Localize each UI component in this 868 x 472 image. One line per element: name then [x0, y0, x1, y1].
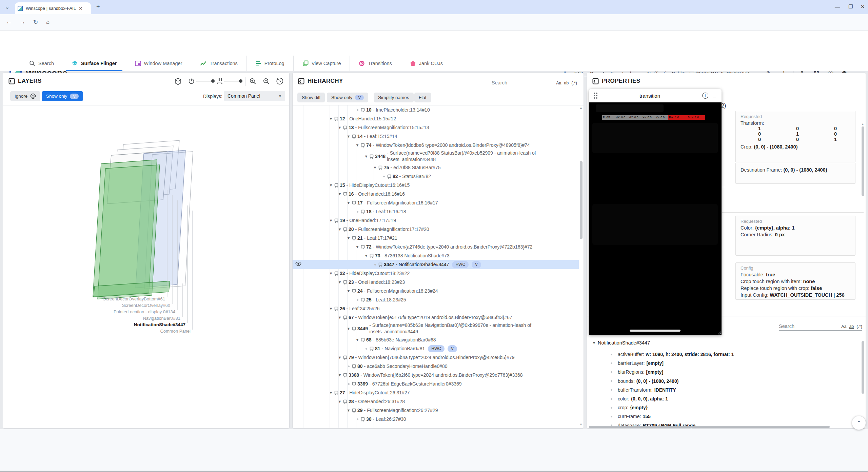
hierarchy-node-23[interactable]: ▼23- OneHanded:18:23#23: [293, 278, 579, 287]
expand-icon[interactable]: ▼: [336, 354, 343, 361]
current-node-row[interactable]: ▼ NotificationShade#3447: [590, 340, 650, 346]
expand-icon[interactable]: ▼: [345, 235, 352, 241]
hierarchy-node-16[interactable]: ▼16- OneHanded:16:16#16: [293, 190, 579, 198]
flat-button[interactable]: Flat: [414, 93, 431, 102]
reload-icon[interactable]: ↻: [33, 19, 38, 26]
hierarchy-node-27[interactable]: ▼27- HideDisplayCutout:26:31#27: [293, 388, 579, 397]
spacing-slider-handle[interactable]: [239, 79, 242, 83]
rotation-slider[interactable]: [196, 81, 213, 81]
hierarchy-node-81[interactable]: 81- NavigationBar0#81HWCV: [293, 344, 579, 353]
hierarchy-node-13[interactable]: ▼13- FullscreenMagnification:15:15#13: [293, 123, 579, 132]
hierarchy-node-80[interactable]: 80- ace6abb SecondaryHomeHandle0#80: [293, 362, 579, 371]
expand-icon[interactable]: ▼: [328, 116, 334, 122]
tab-close-icon[interactable]: ✕: [79, 6, 83, 11]
expand-icon[interactable]: ▼: [345, 407, 352, 414]
hierarchy-scrollbar[interactable]: [580, 161, 583, 239]
expand-icon[interactable]: ▼: [336, 314, 343, 321]
hierarchy-node-72[interactable]: ▼72- WindowToken{a2746de type=2040 andro…: [293, 242, 579, 251]
tab-surface-flinger[interactable]: Surface Flinger: [63, 56, 126, 71]
hierarchy-node-3368[interactable]: ▼3368- WindowToken{f6b2f60 type=2024 and…: [293, 371, 579, 379]
hierarchy-node-22[interactable]: ▼22- HideDisplayCutout:18:23#22: [293, 269, 579, 278]
property-item[interactable]: bufferTransform:IDENTITY: [611, 387, 676, 393]
hierarchy-node-29[interactable]: ▼29- FullscreenMagnification:26:27#29: [293, 406, 579, 415]
scroll-up-icon[interactable]: ▲: [861, 122, 864, 126]
spacing-slider[interactable]: [224, 81, 241, 81]
hierarchy-node-20[interactable]: ▼20- FullscreenMagnification:17:17#20: [293, 225, 579, 234]
displays-dropdown[interactable]: Common Panel ▼: [224, 91, 285, 101]
property-item[interactable]: color:(0, 0, 0), alpha: 1: [611, 396, 668, 401]
match-word-icon[interactable]: ab: [564, 81, 569, 85]
rotation-slider-handle[interactable]: [211, 79, 215, 83]
scroll-up-icon[interactable]: ▲: [579, 106, 583, 110]
expand-icon[interactable]: ▼: [363, 253, 370, 259]
hierarchy-search-input[interactable]: Search Aa ab (.*): [492, 77, 577, 87]
expand-icon[interactable]: ▼: [345, 133, 352, 140]
layer-label[interactable]: ScreenDecorOverlay#60: [122, 303, 170, 308]
hierarchy-node-3449[interactable]: ▼3449- Surface(name=885b63e NavigationBa…: [293, 322, 579, 335]
hierarchy-node-18[interactable]: 18- Leaf:16:16#18: [293, 207, 579, 216]
hierarchy-node-79[interactable]: ▼79- WindowToken{7046b4a type=2024 andro…: [293, 353, 579, 362]
window-minimize-button[interactable]: —: [835, 4, 840, 9]
expand-icon[interactable]: ▼: [336, 398, 343, 405]
regex-icon[interactable]: (.*): [571, 81, 577, 85]
hierarchy-node-17[interactable]: ▼17- FullscreenMagnification:16:16#17: [293, 198, 579, 207]
collapse-panel-icon[interactable]: [592, 78, 599, 84]
hierarchy-node-74[interactable]: ▼74- WindowToken{fdddbe6 type=2000 andro…: [293, 141, 579, 150]
expand-icon[interactable]: ▼: [354, 142, 361, 149]
hierarchy-node-68[interactable]: ▼68- 885b63e NavigationBar0#68: [293, 335, 579, 344]
drag-handle-icon[interactable]: [594, 93, 597, 99]
browser-tab[interactable]: Winscope | sandbox-FAIL ✕: [15, 2, 91, 14]
tab-window-manager[interactable]: Window Manager: [126, 56, 191, 71]
tab-search[interactable]: Search: [20, 56, 63, 71]
expand-icon[interactable]: ▼: [328, 306, 334, 312]
expand-icon[interactable]: ▼: [363, 153, 370, 160]
expand-icon[interactable]: ▼: [354, 244, 361, 250]
hierarchy-node-3448[interactable]: ▼3448- Surface(name=ed70f88 StatusBar)/@…: [293, 150, 579, 163]
hierarchy-node-10[interactable]: 10- ImePlaceholder:13:14#10: [293, 105, 579, 114]
expand-icon[interactable]: ▼: [328, 182, 334, 189]
collapse-returns-icon[interactable]: ⌃: [852, 416, 866, 430]
home-icon[interactable]: ⌂: [46, 19, 50, 25]
match-case-icon[interactable]: Aa: [556, 81, 561, 85]
reset-view-icon[interactable]: [276, 78, 283, 85]
tab-protolog[interactable]: ProtoLog: [246, 56, 293, 71]
collapse-panel-icon[interactable]: [8, 78, 15, 84]
overlay-header[interactable]: transition i _: [589, 89, 722, 102]
properties-search-input[interactable]: Search Aa ab (.*): [779, 320, 862, 331]
expand-icon[interactable]: ▼: [336, 124, 343, 131]
collapse-panel-icon[interactable]: [298, 78, 304, 84]
hier-show-only-button[interactable]: Show only V: [327, 93, 368, 102]
forward-icon[interactable]: →: [20, 19, 25, 25]
new-tab-button[interactable]: +: [96, 3, 100, 11]
layer-label[interactable]: ScreenDecorOverlayBottom#61: [103, 296, 165, 301]
properties-hscrollbar[interactable]: [589, 426, 830, 428]
properties-list-scrollbar[interactable]: [862, 341, 864, 394]
layer-rect-6[interactable]: [98, 165, 160, 299]
zoom-in-icon[interactable]: [249, 78, 256, 85]
simplify-names-button[interactable]: Simplify names: [374, 93, 414, 102]
layer-label[interactable]: Common Panel: [160, 329, 191, 334]
minimize-overlay-icon[interactable]: _: [713, 93, 716, 99]
tab-transitions[interactable]: Transitions: [350, 56, 400, 71]
match-word-icon[interactable]: ab: [849, 324, 854, 329]
scroll-down-icon[interactable]: ▼: [579, 423, 583, 426]
hierarchy-node-19[interactable]: ▼19- OneHanded:17:17#19: [293, 216, 579, 225]
3d-view-icon[interactable]: [174, 78, 182, 85]
match-case-icon[interactable]: Aa: [841, 324, 846, 329]
property-item[interactable]: blurRegions:[empty]: [611, 369, 663, 375]
expand-icon[interactable]: ▼: [336, 226, 343, 233]
hierarchy-node-28[interactable]: ▼28- OneHanded:26:31#28: [293, 397, 579, 406]
property-item[interactable]: crop:{empty}: [611, 405, 648, 410]
hierarchy-node-24[interactable]: ▼24- FullscreenMagnification:18:23#24: [293, 287, 579, 295]
hierarchy-node-82[interactable]: 82- StatusBar#82: [293, 172, 579, 181]
hierarchy-node-25[interactable]: 25- Leaf:18:23#25: [293, 295, 579, 304]
hierarchy-node-3447[interactable]: 3447- NotificationShade#3447HWCV: [293, 260, 579, 269]
window-restore-button[interactable]: ❐: [848, 4, 853, 10]
expand-icon[interactable]: ▼: [328, 217, 334, 224]
property-item[interactable]: currFrame:155: [611, 414, 651, 419]
hierarchy-node-3369[interactable]: 3369- 67726bf EdgeBackGestureHandler0#33…: [293, 379, 579, 388]
tab-jank-cujs[interactable]: Jank CUJs: [401, 56, 452, 71]
expand-icon[interactable]: ▼: [372, 164, 378, 171]
expand-icon[interactable]: ▼: [345, 288, 352, 294]
hierarchy-node-15[interactable]: ▼15- HideDisplayCutout:16:16#15: [293, 181, 579, 190]
